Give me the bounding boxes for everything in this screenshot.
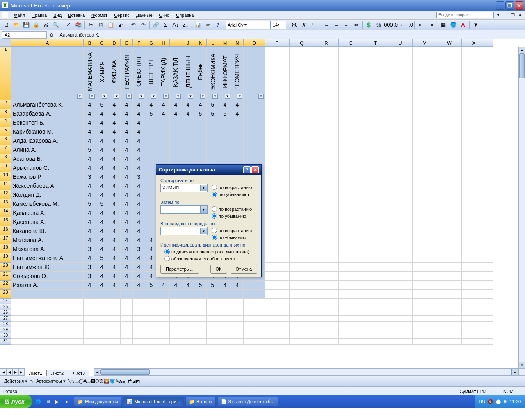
cell[interactable] (170, 127, 182, 136)
tab-Лист3[interactable]: Лист3 (68, 370, 89, 376)
cell[interactable] (363, 235, 388, 244)
cell[interactable] (363, 127, 388, 136)
cell[interactable]: 4 (96, 163, 108, 172)
cell[interactable] (244, 333, 265, 339)
cell[interactable]: 4 (231, 109, 244, 118)
column-header-U[interactable]: U (388, 39, 413, 47)
cell[interactable] (133, 333, 145, 339)
cell[interactable] (388, 47, 413, 100)
cell[interactable] (486, 172, 493, 181)
cell[interactable] (265, 299, 290, 304)
cell[interactable]: 4 (121, 145, 133, 154)
cell[interactable] (170, 310, 182, 316)
cell[interactable] (194, 322, 207, 327)
cell[interactable] (314, 145, 339, 154)
cell[interactable] (219, 327, 231, 333)
cell[interactable] (388, 199, 413, 208)
cell[interactable]: 4 (108, 281, 121, 290)
cell[interactable]: 4 (96, 208, 108, 217)
cell[interactable] (388, 154, 413, 163)
redo-icon[interactable]: ↷ (139, 21, 148, 30)
wordart-icon[interactable]: 🅰 (91, 379, 95, 384)
sheet-first-button[interactable]: |◀ (0, 368, 6, 376)
cell[interactable] (194, 310, 207, 316)
cell[interactable] (486, 190, 493, 199)
cell[interactable] (363, 322, 388, 327)
cell[interactable] (207, 322, 219, 327)
cell[interactable] (486, 333, 493, 339)
cell-name[interactable]: Жолдин Д. (11, 190, 84, 199)
cell[interactable] (290, 339, 314, 345)
row-header-27[interactable]: 27 (0, 316, 11, 322)
cell[interactable] (96, 316, 108, 322)
column-header-Q[interactable]: Q (290, 39, 314, 47)
cell[interactable] (265, 163, 290, 172)
cell[interactable] (413, 190, 437, 199)
cell[interactable]: 4 (133, 272, 145, 281)
cell[interactable] (170, 145, 182, 154)
cell[interactable]: 4 (108, 136, 121, 145)
cell[interactable] (437, 310, 462, 316)
cell[interactable]: 4 (108, 100, 121, 109)
cell[interactable] (413, 154, 437, 163)
cell[interactable] (339, 118, 363, 127)
cell[interactable] (462, 199, 486, 208)
cell[interactable] (121, 304, 133, 310)
cell[interactable]: 4 (133, 253, 145, 262)
cell[interactable] (11, 304, 84, 310)
cell[interactable] (207, 118, 219, 127)
cell[interactable]: 4 (96, 154, 108, 163)
cell[interactable] (486, 316, 493, 322)
cell[interactable] (290, 47, 314, 100)
header-cell[interactable]: ГЕОМЕТРИЯ▼ (231, 47, 244, 100)
cell[interactable] (108, 290, 121, 299)
row-header-21[interactable]: 21 (0, 272, 11, 281)
chevron-down-icon[interactable]: ▼ (200, 228, 207, 234)
language-indicator[interactable]: RU (479, 399, 486, 404)
cell[interactable] (121, 322, 133, 327)
row-header-5[interactable]: 5 (0, 127, 11, 136)
cell[interactable]: 4 (133, 136, 145, 145)
cell[interactable] (339, 272, 363, 281)
cell[interactable]: 4 (133, 235, 145, 244)
cell[interactable]: 4 (121, 226, 133, 235)
autofilter-icon[interactable]: ▼ (471, 21, 480, 30)
permission-icon[interactable]: 🔒 (32, 21, 41, 30)
cell[interactable]: 4 (121, 253, 133, 262)
cell[interactable] (486, 47, 493, 100)
cell[interactable] (219, 290, 231, 299)
cell-name[interactable]: Алина А. (11, 145, 84, 154)
save-icon[interactable]: 💾 (22, 21, 31, 30)
then-by-combo[interactable]: ▼ (160, 205, 208, 214)
cell[interactable] (170, 304, 182, 310)
cell[interactable] (314, 127, 339, 136)
cell[interactable] (462, 290, 486, 299)
cell[interactable]: 3 (84, 172, 96, 181)
cell[interactable] (121, 333, 133, 339)
cell[interactable] (486, 253, 493, 262)
cell[interactable]: 4 (133, 190, 145, 199)
cell[interactable]: 4 (108, 208, 121, 217)
cell[interactable] (11, 322, 84, 327)
cell[interactable]: 4 (133, 208, 145, 217)
ql-app-icon[interactable]: ● (62, 397, 71, 406)
cell-name[interactable]: Бекентегі Б. (11, 118, 84, 127)
cell[interactable] (363, 333, 388, 339)
cell[interactable] (388, 339, 413, 345)
cell[interactable] (388, 118, 413, 127)
cell[interactable] (219, 127, 231, 136)
cell[interactable]: 4 (133, 199, 145, 208)
cell[interactable] (290, 109, 314, 118)
column-header-W[interactable]: W (437, 39, 462, 47)
cell[interactable]: 4 (96, 272, 108, 281)
cell[interactable] (265, 262, 290, 272)
cell[interactable]: 4 (84, 118, 96, 127)
cell[interactable] (96, 339, 108, 345)
cell[interactable] (244, 154, 265, 163)
scroll-right-icon[interactable]: ▶ (511, 369, 518, 375)
cell[interactable] (462, 154, 486, 163)
borders-icon[interactable]: ▦ (439, 21, 448, 30)
fx-button[interactable]: fx (47, 32, 57, 37)
cell[interactable] (108, 322, 121, 327)
cell[interactable] (11, 339, 84, 345)
